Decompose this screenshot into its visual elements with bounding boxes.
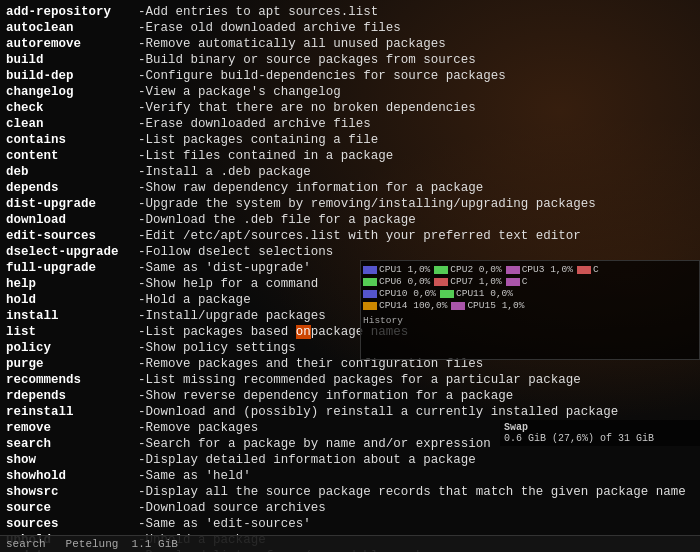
table-row: depends-Show raw dependency information … bbox=[6, 180, 694, 196]
table-row: sources-Same as 'edit-sources' bbox=[6, 516, 694, 532]
cpu-monitor: CPU1 1,0% CPU2 0,0% CPU3 1,0% C CPU6 0,0… bbox=[360, 260, 700, 360]
cmd-name: content bbox=[6, 148, 138, 164]
cmd-name: help bbox=[6, 276, 138, 292]
table-row: clean-Erase downloaded archive files bbox=[6, 116, 694, 132]
cmd-name: autoclean bbox=[6, 20, 138, 36]
cpu7-block bbox=[434, 278, 448, 286]
cmd-desc: Download and (possibly) reinstall a curr… bbox=[146, 404, 694, 420]
cmd-dash: - bbox=[138, 372, 146, 388]
swap-value: 0.6 GiB (27,6%) of 31 GiB bbox=[504, 433, 696, 444]
cpu1-block bbox=[363, 266, 377, 274]
cmd-dash: - bbox=[138, 404, 146, 420]
cmd-name: recommends bbox=[6, 372, 138, 388]
cmd-name: depends bbox=[6, 180, 138, 196]
cmd-name: hold bbox=[6, 292, 138, 308]
cpu3-label: CPU3 1,0% bbox=[522, 264, 573, 275]
cmd-name: edit-sources bbox=[6, 228, 138, 244]
cmd-name: rdepends bbox=[6, 388, 138, 404]
table-row: build-dep-Configure build-dependencies f… bbox=[6, 68, 694, 84]
table-row: rdepends-Show reverse dependency informa… bbox=[6, 388, 694, 404]
cmd-name: autoremove bbox=[6, 36, 138, 52]
table-row: content-List files contained in a packag… bbox=[6, 148, 694, 164]
cmd-desc: Download the .deb file for a package bbox=[146, 212, 694, 228]
cpu-c-label: C bbox=[593, 264, 599, 275]
cpu14-block bbox=[363, 302, 377, 310]
table-row: dselect-upgrade-Follow dselect selection… bbox=[6, 244, 694, 260]
cmd-dash: - bbox=[138, 36, 146, 52]
table-row: reinstall-Download and (possibly) reinst… bbox=[6, 404, 694, 420]
cpu10-block bbox=[363, 290, 377, 298]
cmd-dash: - bbox=[138, 276, 146, 292]
cpu7: CPU7 1,0% bbox=[434, 276, 501, 287]
cmd-desc: Add entries to apt sources.list bbox=[146, 4, 694, 20]
table-row: check-Verify that there are no broken de… bbox=[6, 100, 694, 116]
cmd-desc: List missing recommended packages for a … bbox=[146, 372, 694, 388]
swap-section: Swap 0.6 GiB (27,6%) of 31 GiB bbox=[500, 420, 700, 446]
cmd-name: full-upgrade bbox=[6, 260, 138, 276]
cpu11: CPU11 0,0% bbox=[440, 288, 513, 299]
table-row: showsrc-Display all the source package r… bbox=[6, 484, 694, 500]
cmd-desc: Remove automatically all unused packages bbox=[146, 36, 694, 52]
cmd-desc: Erase old downloaded archive files bbox=[146, 20, 694, 36]
cmd-dash: - bbox=[138, 500, 146, 516]
cpu15: CPU15 1,0% bbox=[451, 300, 524, 311]
cmd-dash: - bbox=[138, 388, 146, 404]
cmd-desc: Edit /etc/apt/sources.list with your pre… bbox=[146, 228, 694, 244]
cmd-dash: - bbox=[138, 68, 146, 84]
cmd-dash: - bbox=[138, 196, 146, 212]
cmd-dash: - bbox=[138, 148, 146, 164]
table-row: download-Download the .deb file for a pa… bbox=[6, 212, 694, 228]
cpu15-label: CPU15 1,0% bbox=[467, 300, 524, 311]
cmd-dash: - bbox=[138, 100, 146, 116]
cpu3: CPU3 1,0% bbox=[506, 264, 573, 275]
table-row: add-repository-Add entries to apt source… bbox=[6, 4, 694, 20]
cpu11-label: CPU11 0,0% bbox=[456, 288, 513, 299]
cmd-name: check bbox=[6, 100, 138, 116]
cmd-dash: - bbox=[138, 180, 146, 196]
cmd-desc: Erase downloaded archive files bbox=[146, 116, 694, 132]
cpu-row-2: CPU6 0,0% CPU7 1,0% C bbox=[363, 276, 697, 287]
cmd-name: dist-upgrade bbox=[6, 196, 138, 212]
cpu11-block bbox=[440, 290, 454, 298]
cpu-c2-label: C bbox=[522, 276, 528, 287]
cmd-name: build bbox=[6, 52, 138, 68]
cmd-name: policy bbox=[6, 340, 138, 356]
history-label: History bbox=[363, 315, 697, 326]
table-row: contains-List packages containing a file bbox=[6, 132, 694, 148]
cmd-name: deb bbox=[6, 164, 138, 180]
cmd-dash: - bbox=[138, 436, 146, 452]
bottom-status: Petelung 1.1 GiB bbox=[66, 538, 178, 550]
cmd-desc: Build binary or source packages from sou… bbox=[146, 52, 694, 68]
table-row: edit-sources-Edit /etc/apt/sources.list … bbox=[6, 228, 694, 244]
cmd-name: list bbox=[6, 324, 138, 340]
cmd-name: changelog bbox=[6, 84, 138, 100]
cmd-name: search bbox=[6, 436, 138, 452]
cpu6-label: CPU6 0,0% bbox=[379, 276, 430, 287]
cpu1-label: CPU1 1,0% bbox=[379, 264, 430, 275]
cpu1: CPU1 1,0% bbox=[363, 264, 430, 275]
cmd-dash: - bbox=[138, 468, 146, 484]
cmd-name: show bbox=[6, 452, 138, 468]
table-row: autoremove-Remove automatically all unus… bbox=[6, 36, 694, 52]
cmd-name: showhold bbox=[6, 468, 138, 484]
cmd-desc: Same as 'held' bbox=[146, 468, 694, 484]
cmd-name: contains bbox=[6, 132, 138, 148]
cpu3-block bbox=[506, 266, 520, 274]
cmd-desc: Follow dselect selections bbox=[146, 244, 694, 260]
cpu-c2-block bbox=[506, 278, 520, 286]
cmd-name: add-repository bbox=[6, 4, 138, 20]
cmd-desc: Configure build-dependencies for source … bbox=[146, 68, 694, 84]
table-row: deb-Install a .deb package bbox=[6, 164, 694, 180]
table-row: source-Download source archives bbox=[6, 500, 694, 516]
cmd-name: reinstall bbox=[6, 404, 138, 420]
cmd-desc: Same as 'edit-sources' bbox=[146, 516, 694, 532]
cpu-c-block bbox=[577, 266, 591, 274]
table-row: dist-upgrade-Upgrade the system by remov… bbox=[6, 196, 694, 212]
cmd-dash: - bbox=[138, 356, 146, 372]
cpu15-block bbox=[451, 302, 465, 310]
cmd-dash: - bbox=[138, 484, 146, 500]
cmd-desc: Show raw dependency information for a pa… bbox=[146, 180, 694, 196]
cpu6: CPU6 0,0% bbox=[363, 276, 430, 287]
cmd-name: remove bbox=[6, 420, 138, 436]
cmd-desc: Display all the source package records t… bbox=[146, 484, 694, 500]
